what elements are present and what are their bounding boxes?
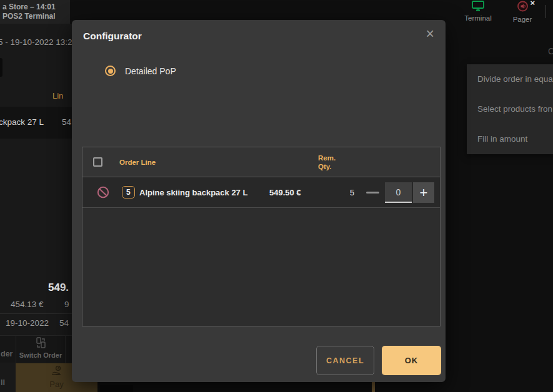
recall-button-fragment[interactable]: ll xyxy=(1,378,5,387)
switch-order-button[interactable]: Switch Order xyxy=(16,335,65,363)
select-all-checkbox[interactable] xyxy=(93,157,102,167)
column-header-order-line: Order Line xyxy=(119,159,156,166)
product-price: 549.50 € xyxy=(269,188,301,197)
button-divider xyxy=(65,335,66,363)
order-line-price: 54 xyxy=(62,117,71,127)
product-name: Alpine skiing backpack 27 L xyxy=(139,188,247,197)
totals-divider xyxy=(0,313,72,314)
topbar-divider xyxy=(546,5,546,18)
order-line-name: ckpack 27 L xyxy=(0,117,44,127)
ok-button[interactable]: OK xyxy=(382,346,441,375)
column-header-qty: Qty. xyxy=(318,163,332,170)
switch-order-icon xyxy=(35,337,47,349)
qty-input[interactable] xyxy=(385,182,412,203)
store-header-panel: a Store – 14:01 POS2 Terminal xyxy=(0,0,70,24)
store-name-time: a Store – 14:01 xyxy=(2,2,70,12)
remaining-qty: 5 xyxy=(350,189,354,197)
edge-text-fragment: C xyxy=(548,46,553,56)
terminal-label: Terminal xyxy=(461,14,496,22)
pager-button[interactable]: × Pager xyxy=(505,1,540,21)
increase-qty-button[interactable]: + xyxy=(413,182,434,203)
terminal-button[interactable]: Terminal xyxy=(461,1,496,21)
column-header-rem-qty: Rem. Qty. xyxy=(318,154,336,171)
configurator-dialog: Configurator × Detailed PoP Order Line R… xyxy=(72,20,446,382)
dialog-title: Configurator xyxy=(83,31,142,42)
minus-icon xyxy=(366,192,379,194)
not-allowed-icon xyxy=(97,186,109,198)
pager-label: Pager xyxy=(505,16,540,23)
column-header-rem: Rem. xyxy=(318,154,336,162)
table-header-row: Order Line Rem. Qty. xyxy=(82,147,440,177)
order-date: 19-10-2022 xyxy=(6,318,49,328)
menu-item-divide-order[interactable]: Divide order in equa xyxy=(467,64,553,94)
pay-hand-coin-icon xyxy=(51,365,63,377)
radio-label: Detailed PoP xyxy=(125,66,176,76)
terminal-monitor-icon xyxy=(471,1,485,11)
pager-icon xyxy=(517,1,529,12)
menu-item-select-products[interactable]: Select products fron xyxy=(467,94,553,124)
order-lines-table: Order Line Rem. Qty. 5 Alpine skiing bac… xyxy=(82,147,441,326)
radio-selected-icon[interactable] xyxy=(105,66,116,76)
line-column-header: Lin xyxy=(52,91,63,100)
split-order-context-menu: Divide order in equa Select products fro… xyxy=(467,64,553,154)
subtotal-value: 454.13 € xyxy=(11,300,44,309)
detailed-pop-radio-row[interactable]: Detailed PoP xyxy=(105,66,176,76)
order-tab[interactable]: 5 - 19-10-2022 13:2 xyxy=(0,37,73,47)
backdrop-gold-strip xyxy=(372,381,375,392)
table-row: 5 Alpine skiing backpack 27 L 549.50 € 5… xyxy=(82,177,440,208)
cancel-button[interactable]: CANCEL xyxy=(316,346,374,375)
order-button-fragment[interactable]: der xyxy=(1,350,12,358)
subtotal-value-right: 9 xyxy=(64,300,69,309)
line-qty-badge: 5 xyxy=(122,186,135,198)
backdrop-strip xyxy=(100,385,133,392)
radio-dot xyxy=(108,69,113,74)
order-total: 549. xyxy=(48,282,69,294)
pager-close-x: × xyxy=(530,0,535,7)
close-icon[interactable]: × xyxy=(426,27,434,41)
menu-item-fill-in-amount[interactable]: Fill in amount xyxy=(467,124,553,154)
switch-order-label: Switch Order xyxy=(16,351,65,359)
terminal-name: POS2 Terminal xyxy=(2,12,70,21)
decrease-qty-button[interactable] xyxy=(364,185,381,200)
order-date-amount: 54 xyxy=(59,318,69,328)
order-tab-marker xyxy=(0,58,2,77)
